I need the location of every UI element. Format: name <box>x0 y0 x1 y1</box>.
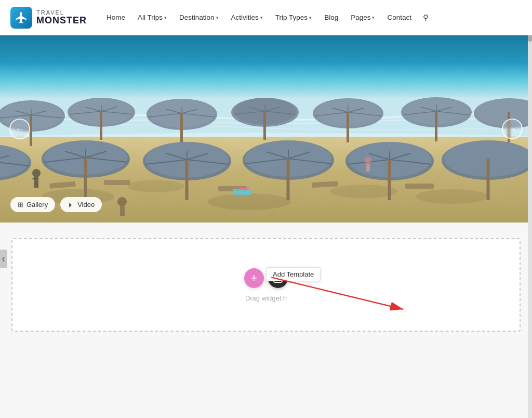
nav-link-pages[interactable]: Pages ▾ <box>345 9 380 25</box>
nav-link-all-trips[interactable]: All Trips ▾ <box>132 9 172 25</box>
add-template-label: Add Template <box>273 270 314 278</box>
nav-link-home[interactable]: Home <box>101 9 130 25</box>
hero-section: ← → ⊞ Gallery ⏵ Video <box>0 35 532 223</box>
nav-label-contact: Contact <box>387 14 411 21</box>
svg-rect-82 <box>185 160 189 200</box>
scrollbar-track <box>528 0 532 418</box>
nav-label-home: Home <box>107 14 125 21</box>
video-button[interactable]: ⏵ Video <box>60 197 102 212</box>
chevron-down-icon-2: ▾ <box>216 15 219 20</box>
video-label: Video <box>77 201 95 208</box>
svg-point-112 <box>364 156 371 164</box>
svg-rect-113 <box>366 164 370 172</box>
hero-prev-button[interactable]: ← <box>9 119 30 139</box>
svg-rect-74 <box>84 158 87 199</box>
nav-label-all-trips: All Trips <box>138 14 163 21</box>
svg-line-119 <box>271 277 403 309</box>
gallery-button[interactable]: ⊞ Gallery <box>10 197 55 212</box>
widget-drop-zone: + Add Template Drag widget h <box>11 238 521 332</box>
svg-rect-39 <box>263 111 266 140</box>
svg-rect-108 <box>239 187 249 190</box>
svg-rect-47 <box>347 112 349 142</box>
nav-item-all-trips: All Trips ▾ <box>132 9 172 25</box>
svg-point-6 <box>330 185 397 198</box>
svg-rect-31 <box>180 113 183 143</box>
svg-point-114 <box>117 197 127 206</box>
navbar: TRAVEL MONSTER Home All Trips ▾ Destinat… <box>0 0 532 35</box>
brand-travel: TRAVEL <box>36 9 87 16</box>
nav-item-pages: Pages ▾ <box>345 9 380 25</box>
svg-rect-23 <box>100 111 102 140</box>
svg-rect-98 <box>388 160 391 200</box>
add-template-tooltip[interactable]: Add Template <box>266 267 321 281</box>
nav-label-pages: Pages <box>351 14 370 21</box>
svg-point-109 <box>32 169 41 177</box>
sidebar-arrow-icon: ❮ <box>2 256 6 262</box>
nav-label-trip-types: Trip Types <box>275 14 308 21</box>
chevron-down-icon-5: ▾ <box>372 15 375 20</box>
nav-item-home: Home <box>101 9 130 25</box>
svg-rect-101 <box>487 159 490 200</box>
arrow-left-icon: ← <box>16 124 24 134</box>
nav-link-activities[interactable]: Activities ▾ <box>226 9 268 25</box>
hero-next-button[interactable]: → <box>502 119 523 139</box>
nav-link-contact[interactable]: Contact <box>382 9 417 25</box>
hero-media-buttons: ⊞ Gallery ⏵ Video <box>10 197 102 212</box>
svg-rect-55 <box>435 111 437 141</box>
video-icon: ⏵ <box>68 201 74 208</box>
plus-icon: + <box>251 271 258 285</box>
nav-label-destination: Destination <box>179 14 215 21</box>
nav-item-activities: Activities ▾ <box>226 9 268 25</box>
widget-controls: + Add Template <box>244 268 288 288</box>
logo[interactable]: TRAVEL MONSTER <box>10 7 87 29</box>
chevron-down-icon-3: ▾ <box>260 15 263 20</box>
chevron-down-icon-4: ▾ <box>309 15 312 20</box>
logo-text: TRAVEL MONSTER <box>36 9 87 26</box>
svg-rect-90 <box>287 159 290 200</box>
nav-link-blog[interactable]: Blog <box>319 9 343 25</box>
plane-icon <box>15 11 28 24</box>
search-icon[interactable]: ⚲ <box>419 10 433 25</box>
nav-item-contact: Contact <box>382 9 417 25</box>
beach-scene <box>0 35 532 223</box>
svg-rect-115 <box>120 206 125 216</box>
drag-widget-text: Drag widget h <box>245 294 287 302</box>
gallery-icon: ⊞ <box>18 201 23 208</box>
logo-icon <box>10 7 32 29</box>
add-widget-button[interactable]: + <box>244 268 264 288</box>
svg-rect-103 <box>104 180 130 185</box>
svg-rect-106 <box>405 184 434 189</box>
nav-link-trip-types[interactable]: Trip Types ▾ <box>270 9 317 25</box>
nav-item-search: ⚲ <box>419 10 433 25</box>
svg-point-7 <box>416 189 488 204</box>
nav-item-destination: Destination ▾ <box>174 9 224 25</box>
nav-item-blog: Blog <box>319 9 343 25</box>
arrow-right-icon: → <box>508 124 516 134</box>
svg-point-4 <box>127 180 184 192</box>
sidebar-tab[interactable]: ❮ <box>0 250 7 268</box>
nav-item-trip-types: Trip Types ▾ <box>270 9 317 25</box>
nav-label-activities: Activities <box>231 14 259 21</box>
chevron-down-icon: ▾ <box>164 15 167 20</box>
nav-link-destination[interactable]: Destination ▾ <box>174 9 224 25</box>
nav-menu: Home All Trips ▾ Destination ▾ Activitie… <box>101 9 522 25</box>
main-content: + Add Template Drag widget h <box>0 223 532 418</box>
gallery-label: Gallery <box>26 201 48 208</box>
brand-monster: MONSTER <box>36 16 87 26</box>
nav-label-blog: Blog <box>324 14 338 21</box>
svg-point-5 <box>208 193 291 210</box>
